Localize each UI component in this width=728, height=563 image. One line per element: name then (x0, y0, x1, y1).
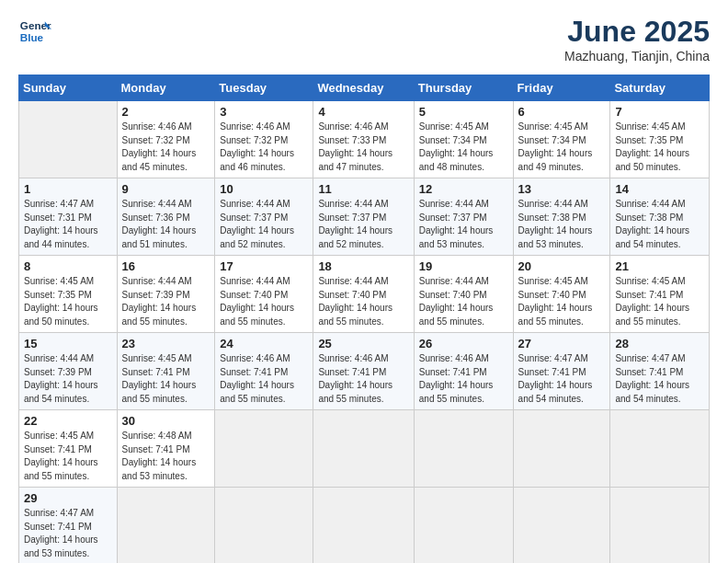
calendar-cell: 7Sunrise: 4:45 AM Sunset: 7:35 PM Daylig… (610, 101, 710, 178)
day-detail: Sunrise: 4:44 AM Sunset: 7:39 PM Dayligh… (24, 352, 112, 406)
day-detail: Sunrise: 4:48 AM Sunset: 7:41 PM Dayligh… (122, 430, 210, 483)
day-number: 20 (518, 259, 606, 273)
day-detail: Sunrise: 4:44 AM Sunset: 7:38 PM Dayligh… (518, 198, 606, 251)
day-number: 26 (419, 337, 508, 350)
col-wednesday: Wednesday (313, 75, 414, 101)
col-sunday: Sunday (19, 75, 118, 101)
calendar-cell: 14Sunrise: 4:44 AM Sunset: 7:38 PM Dayli… (610, 178, 710, 256)
logo: General Blue (18, 15, 51, 48)
calendar-week-3: 15Sunrise: 4:44 AM Sunset: 7:39 PM Dayli… (19, 333, 710, 410)
day-number: 30 (122, 414, 210, 428)
calendar-cell (313, 410, 414, 488)
day-detail: Sunrise: 4:46 AM Sunset: 7:32 PM Dayligh… (220, 121, 308, 174)
day-number: 27 (518, 337, 606, 350)
calendar-cell (414, 488, 513, 564)
day-number: 29 (24, 491, 112, 505)
calendar-cell: 4Sunrise: 4:46 AM Sunset: 7:33 PM Daylig… (313, 101, 414, 178)
day-detail: Sunrise: 4:44 AM Sunset: 7:37 PM Dayligh… (220, 198, 308, 251)
day-number: 16 (122, 259, 210, 273)
calendar-cell (610, 488, 710, 564)
calendar-cell (513, 488, 610, 564)
calendar-cell: 21Sunrise: 4:45 AM Sunset: 7:41 PM Dayli… (610, 256, 710, 333)
day-detail: Sunrise: 4:47 AM Sunset: 7:41 PM Dayligh… (615, 352, 704, 406)
day-number: 23 (122, 337, 210, 350)
day-number: 28 (615, 337, 704, 350)
calendar-cell: 11Sunrise: 4:44 AM Sunset: 7:37 PM Dayli… (313, 178, 414, 256)
day-detail: Sunrise: 4:46 AM Sunset: 7:41 PM Dayligh… (220, 352, 308, 406)
day-detail: Sunrise: 4:46 AM Sunset: 7:32 PM Dayligh… (122, 121, 210, 174)
calendar-cell: 28Sunrise: 4:47 AM Sunset: 7:41 PM Dayli… (610, 333, 710, 410)
header-row: Sunday Monday Tuesday Wednesday Thursday… (19, 75, 710, 101)
calendar-cell: 10Sunrise: 4:44 AM Sunset: 7:37 PM Dayli… (215, 178, 313, 256)
day-detail: Sunrise: 4:47 AM Sunset: 7:41 PM Dayligh… (518, 352, 606, 406)
calendar-cell: 9Sunrise: 4:44 AM Sunset: 7:36 PM Daylig… (117, 178, 215, 256)
calendar-cell: 6Sunrise: 4:45 AM Sunset: 7:34 PM Daylig… (513, 101, 610, 178)
calendar-cell: 29Sunrise: 4:47 AM Sunset: 7:41 PM Dayli… (19, 488, 118, 564)
calendar-week-2: 8Sunrise: 4:45 AM Sunset: 7:35 PM Daylig… (19, 256, 710, 333)
calendar-cell: 22Sunrise: 4:45 AM Sunset: 7:41 PM Dayli… (19, 410, 118, 488)
day-detail: Sunrise: 4:44 AM Sunset: 7:37 PM Dayligh… (318, 198, 408, 251)
day-number: 7 (615, 105, 704, 119)
calendar-cell (215, 410, 313, 488)
day-number: 13 (518, 182, 606, 196)
day-number: 5 (419, 105, 508, 119)
header: General Blue June 2025 Mazhuang, Tianjin… (18, 15, 710, 63)
calendar-cell (513, 410, 610, 488)
calendar-cell: 2Sunrise: 4:46 AM Sunset: 7:32 PM Daylig… (117, 101, 215, 178)
day-number: 22 (24, 414, 112, 428)
logo-icon: General Blue (18, 15, 51, 48)
day-detail: Sunrise: 4:44 AM Sunset: 7:40 PM Dayligh… (318, 275, 408, 328)
calendar-cell (117, 488, 215, 564)
svg-text:Blue: Blue (20, 31, 44, 43)
day-detail: Sunrise: 4:44 AM Sunset: 7:40 PM Dayligh… (220, 275, 308, 328)
day-number: 1 (24, 182, 112, 196)
calendar-week-1: 1Sunrise: 4:47 AM Sunset: 7:31 PM Daylig… (19, 178, 710, 256)
day-number: 3 (220, 105, 308, 119)
day-detail: Sunrise: 4:47 AM Sunset: 7:41 PM Dayligh… (24, 507, 112, 560)
day-number: 17 (220, 259, 308, 273)
day-detail: Sunrise: 4:47 AM Sunset: 7:31 PM Dayligh… (24, 198, 112, 251)
day-number: 25 (318, 337, 408, 350)
calendar-cell: 26Sunrise: 4:46 AM Sunset: 7:41 PM Dayli… (414, 333, 513, 410)
day-detail: Sunrise: 4:45 AM Sunset: 7:35 PM Dayligh… (615, 121, 704, 174)
day-detail: Sunrise: 4:44 AM Sunset: 7:40 PM Dayligh… (419, 275, 508, 328)
calendar-cell: 19Sunrise: 4:44 AM Sunset: 7:40 PM Dayli… (414, 256, 513, 333)
calendar-cell: 13Sunrise: 4:44 AM Sunset: 7:38 PM Dayli… (513, 178, 610, 256)
calendar-cell: 15Sunrise: 4:44 AM Sunset: 7:39 PM Dayli… (19, 333, 118, 410)
day-number: 4 (318, 105, 408, 119)
calendar-week-4: 22Sunrise: 4:45 AM Sunset: 7:41 PM Dayli… (19, 410, 710, 488)
subtitle: Mazhuang, Tianjin, China (564, 49, 710, 63)
day-detail: Sunrise: 4:46 AM Sunset: 7:41 PM Dayligh… (318, 352, 408, 406)
day-number: 2 (122, 105, 210, 119)
day-detail: Sunrise: 4:45 AM Sunset: 7:41 PM Dayligh… (122, 352, 210, 406)
day-detail: Sunrise: 4:45 AM Sunset: 7:40 PM Dayligh… (518, 275, 606, 328)
calendar-cell: 27Sunrise: 4:47 AM Sunset: 7:41 PM Dayli… (513, 333, 610, 410)
day-number: 8 (24, 259, 112, 273)
day-number: 24 (220, 337, 308, 350)
calendar-cell (610, 410, 710, 488)
calendar-table: Sunday Monday Tuesday Wednesday Thursday… (18, 75, 710, 563)
calendar-cell: 30Sunrise: 4:48 AM Sunset: 7:41 PM Dayli… (117, 410, 215, 488)
calendar-page: General Blue June 2025 Mazhuang, Tianjin… (0, 0, 728, 563)
day-number: 21 (615, 259, 704, 273)
day-number: 9 (122, 182, 210, 196)
col-saturday: Saturday (610, 75, 710, 101)
day-detail: Sunrise: 4:46 AM Sunset: 7:33 PM Dayligh… (318, 121, 408, 174)
day-number: 14 (615, 182, 704, 196)
day-number: 15 (24, 337, 112, 350)
day-number: 19 (419, 259, 508, 273)
day-detail: Sunrise: 4:45 AM Sunset: 7:41 PM Dayligh… (615, 275, 704, 328)
calendar-cell (215, 488, 313, 564)
calendar-cell: 23Sunrise: 4:45 AM Sunset: 7:41 PM Dayli… (117, 333, 215, 410)
calendar-cell: 1Sunrise: 4:47 AM Sunset: 7:31 PM Daylig… (19, 178, 118, 256)
calendar-cell: 16Sunrise: 4:44 AM Sunset: 7:39 PM Dayli… (117, 256, 215, 333)
title-block: June 2025 Mazhuang, Tianjin, China (564, 15, 710, 63)
day-detail: Sunrise: 4:45 AM Sunset: 7:34 PM Dayligh… (518, 121, 606, 174)
calendar-cell: 20Sunrise: 4:45 AM Sunset: 7:40 PM Dayli… (513, 256, 610, 333)
day-detail: Sunrise: 4:44 AM Sunset: 7:37 PM Dayligh… (419, 198, 508, 251)
day-detail: Sunrise: 4:44 AM Sunset: 7:38 PM Dayligh… (615, 198, 704, 251)
col-thursday: Thursday (414, 75, 513, 101)
calendar-cell: 18Sunrise: 4:44 AM Sunset: 7:40 PM Dayli… (313, 256, 414, 333)
day-number: 6 (518, 105, 606, 119)
calendar-cell: 25Sunrise: 4:46 AM Sunset: 7:41 PM Dayli… (313, 333, 414, 410)
